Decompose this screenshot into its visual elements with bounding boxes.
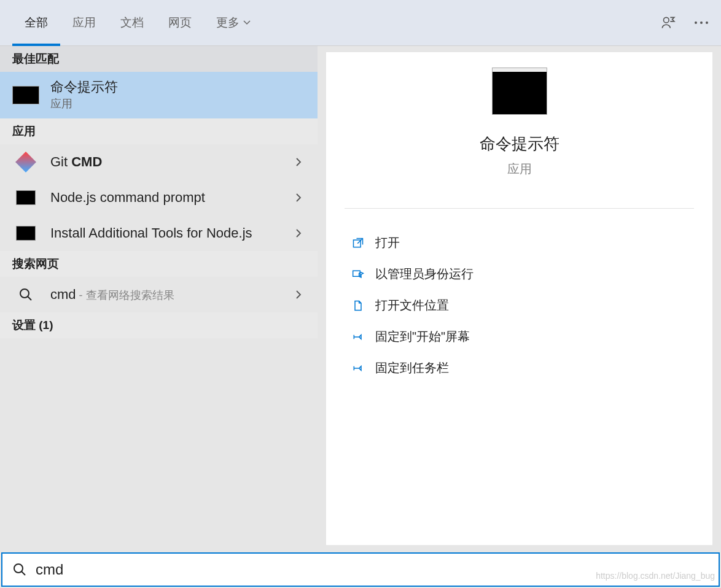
more-options-icon[interactable] [694, 21, 709, 25]
tab-label: 全部 [25, 15, 48, 31]
search-header: 全部 应用 文档 网页 更多 [0, 0, 721, 46]
result-title: 命令提示符 [50, 79, 305, 95]
tab-more[interactable]: 更多 [204, 0, 263, 46]
action-label: 固定到"开始"屏幕 [375, 328, 470, 345]
divider [345, 208, 694, 209]
cmd-icon [12, 85, 39, 106]
tab-docs[interactable]: 文档 [108, 0, 156, 46]
result-text: Git CMD [50, 154, 295, 170]
tab-label: 文档 [120, 15, 144, 31]
svg-point-0 [664, 17, 669, 23]
detail-panel: 命令提示符 应用 打开 以管理员身份运行 [326, 52, 712, 545]
git-icon [12, 152, 39, 172]
detail-header: 命令提示符 应用 [326, 71, 712, 196]
cmd-icon [12, 223, 39, 244]
search-icon [12, 284, 39, 305]
chevron-right-icon [295, 228, 305, 238]
action-label: 打开文件位置 [375, 297, 449, 314]
detail-panel-wrap: 命令提示符 应用 打开 以管理员身份运行 [318, 46, 721, 551]
result-title: Install Additional Tools for Node.js [50, 225, 259, 241]
result-app-node-cmd[interactable]: Node.js command prompt [0, 180, 318, 215]
cmd-icon [492, 71, 547, 115]
tab-web[interactable]: 网页 [156, 0, 204, 46]
shield-icon [349, 268, 367, 280]
result-web-search[interactable]: cmd - 查看网络搜索结果 [0, 277, 318, 312]
search-body: 最佳匹配 命令提示符 应用 应用 Git CMD Node.js command… [0, 46, 721, 551]
chevron-right-icon [295, 290, 305, 300]
pin-icon [349, 331, 367, 343]
section-apps: 应用 [0, 118, 318, 144]
section-settings: 设置 (1) [0, 312, 318, 338]
results-panel: 最佳匹配 命令提示符 应用 应用 Git CMD Node.js command… [0, 46, 318, 551]
folder-icon [349, 300, 367, 312]
svg-point-4 [20, 289, 29, 298]
detail-title: 命令提示符 [480, 133, 559, 155]
action-run-admin[interactable]: 以管理员身份运行 [345, 258, 694, 290]
svg-point-2 [700, 21, 703, 24]
action-open[interactable]: 打开 [345, 227, 694, 258]
search-icon [12, 562, 27, 577]
detail-subtitle: 应用 [507, 161, 532, 177]
svg-point-3 [706, 21, 708, 24]
search-input[interactable] [36, 561, 709, 578]
svg-point-1 [695, 21, 697, 24]
result-title: Git CMD [50, 154, 295, 170]
section-web: 搜索网页 [0, 251, 318, 277]
result-suffix: - 查看网络搜索结果 [76, 289, 174, 301]
action-label: 以管理员身份运行 [375, 266, 474, 282]
action-label: 固定到任务栏 [375, 360, 449, 376]
result-text: 命令提示符 应用 [50, 79, 305, 111]
open-icon [349, 237, 367, 249]
svg-point-7 [14, 564, 23, 573]
tab-label: 应用 [72, 15, 96, 31]
tab-label: 网页 [168, 15, 192, 31]
action-pin-taskbar[interactable]: 固定到任务栏 [345, 352, 694, 384]
chevron-right-icon [295, 193, 305, 203]
result-text: Node.js command prompt [50, 190, 295, 206]
result-best-match[interactable]: 命令提示符 应用 [0, 72, 318, 118]
action-open-location[interactable]: 打开文件位置 [345, 290, 694, 321]
result-query: cmd [50, 287, 76, 302]
section-best-match: 最佳匹配 [0, 46, 318, 72]
tab-label: 更多 [216, 15, 240, 31]
result-app-node-tools[interactable]: Install Additional Tools for Node.js [0, 215, 318, 251]
search-bar[interactable] [1, 552, 720, 587]
tab-apps[interactable]: 应用 [60, 0, 108, 46]
cmd-icon [12, 187, 39, 208]
result-text: cmd - 查看网络搜索结果 [50, 287, 295, 303]
result-text: Install Additional Tools for Node.js [50, 225, 295, 241]
result-app-git-cmd[interactable]: Git CMD [0, 144, 318, 180]
detail-actions: 打开 以管理员身份运行 打开文件位置 [326, 221, 712, 390]
action-label: 打开 [375, 234, 400, 251]
result-subtitle: 应用 [50, 96, 305, 111]
pin-icon [349, 362, 367, 374]
feedback-icon[interactable] [660, 15, 676, 31]
chevron-down-icon [243, 20, 251, 25]
result-title: Node.js command prompt [50, 190, 295, 206]
tab-all[interactable]: 全部 [12, 0, 60, 46]
action-pin-start[interactable]: 固定到"开始"屏幕 [345, 321, 694, 352]
chevron-right-icon [295, 157, 305, 167]
